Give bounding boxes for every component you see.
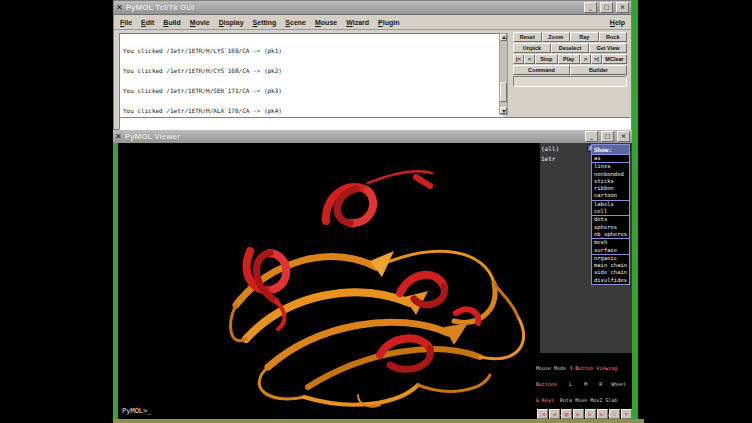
gui-window-title: PyMOL Tcl/Tk GUI — [126, 3, 581, 12]
show-menu-item-labels[interactable]: labels — [592, 201, 629, 208]
menu-edit[interactable]: Edit — [141, 19, 154, 26]
desktop-green-stripe — [632, 0, 638, 419]
log-line: You clicked /1etr/1ETR/H/SER`171/CA -> (… — [123, 88, 502, 95]
vcr-end-button[interactable]: ▶| — [597, 409, 608, 419]
mouse-buttons-line: Buttons L M R Wheel — [536, 382, 633, 387]
vcr-play-button[interactable]: ▶ — [573, 409, 584, 419]
viewer-maximize-button[interactable]: □ — [601, 131, 614, 142]
movie-first-button[interactable]: |< — [513, 54, 524, 64]
command-prompt[interactable]: PyMOL>_ — [122, 407, 152, 415]
vcr-step-forward-button[interactable]: ▶ — [585, 409, 596, 419]
show-menu-item-mesh[interactable]: mesh — [592, 239, 629, 246]
log-line: You clicked /1etr/1ETR/H/LYS`169/CA -> (… — [123, 48, 502, 55]
menu-display[interactable]: Display — [219, 19, 244, 26]
desktop: ✕ PyMOL Tcl/Tk GUI _ □ × File Edit Build… — [0, 0, 752, 423]
show-menu-item-as[interactable]: as — [592, 155, 629, 162]
show-menu-item-spheres[interactable]: spheres — [592, 224, 629, 231]
gui-body: You clicked /1etr/1ETR/H/LYS`169/CA -> (… — [114, 30, 631, 131]
vcr-scene-button[interactable]: S — [609, 409, 620, 419]
gui-maximize-button[interactable]: □ — [600, 2, 613, 13]
builder-button[interactable]: Builder — [570, 65, 627, 75]
show-menu-group: mesh surface — [592, 238, 629, 254]
movie-forward-button[interactable]: > — [580, 54, 591, 64]
show-menu-item-cartoon[interactable]: cartoon — [592, 192, 629, 199]
show-menu-group: as — [592, 154, 629, 162]
control-button-panel: Reset Zoom Ray Rock Unpick Deselect Get … — [513, 32, 627, 76]
gui-minimize-button[interactable]: _ — [584, 2, 597, 13]
menu-file[interactable]: File — [120, 19, 132, 26]
show-menu-group: dots spheres nb_spheres — [592, 215, 629, 238]
show-menu-group: organic main chain side chain disulfides — [592, 254, 629, 284]
viewer-titlebar[interactable]: ✕ PyMOL Viewer _ □ × — [113, 130, 632, 144]
zoom-button[interactable]: Zoom — [542, 32, 571, 42]
ray-button[interactable]: Ray — [570, 32, 599, 42]
menu-scene[interactable]: Scene — [285, 19, 306, 26]
gui-close-button[interactable]: × — [616, 2, 629, 13]
menu-movie[interactable]: Movie — [190, 19, 210, 26]
log-line: You clicked /1etr/1ETR/H/ALA`170/CA -> (… — [123, 108, 502, 115]
vcr-rewind-button[interactable]: |◀ — [537, 409, 548, 419]
menu-plugin[interactable]: Plugin — [378, 19, 399, 26]
show-menu-item-lines[interactable]: lines — [592, 163, 629, 170]
movie-controls: |◀ ◀ ■ ▶ ▶ ▶| S ▼ — [537, 409, 632, 419]
movie-back-button[interactable]: < — [524, 54, 535, 64]
menu-mouse[interactable]: Mouse — [315, 19, 337, 26]
show-menu-item-surface[interactable]: surface — [592, 247, 629, 254]
show-menu-item-nb-spheres[interactable]: nb_spheres — [592, 231, 629, 238]
vcr-fullscreen-button[interactable]: ▼ — [621, 409, 632, 419]
gui-menubar: File Edit Build Movie Display Setting Sc… — [114, 15, 631, 30]
unpick-button[interactable]: Unpick — [513, 43, 551, 53]
show-menu-item-dots[interactable]: dots — [592, 216, 629, 223]
viewport-canvas[interactable]: PyMOL>_ — [118, 143, 540, 419]
internal-gui-panel: (all) A S H L C 1etr Show: as — [540, 143, 632, 419]
pymol-viewer-window: ✕ PyMOL Viewer _ □ × — [113, 130, 632, 419]
viewer-close-button[interactable]: × — [617, 131, 630, 142]
command-input[interactable] — [119, 117, 631, 130]
beta-sheets — [231, 251, 524, 407]
show-menu-item-disulfides[interactable]: disulfides — [592, 277, 629, 284]
show-menu-item-main-chain[interactable]: main chain — [592, 262, 629, 269]
play-button[interactable]: Play — [558, 54, 581, 64]
command-button[interactable]: Command — [513, 65, 570, 75]
vcr-stop-button[interactable]: ■ — [561, 409, 572, 419]
mouse-keys-line: & Keys Rota Move MovZ Slab — [536, 398, 633, 403]
scroll-up-icon[interactable] — [500, 34, 507, 41]
scrollbar-thumb[interactable] — [500, 82, 507, 102]
viewer-window-title: PyMOL Viewer — [125, 132, 582, 141]
x11-app-icon: ✕ — [115, 130, 122, 143]
mouse-mode-line: Mouse Mode 3-Button Viewing — [536, 366, 633, 371]
gui-titlebar[interactable]: ✕ PyMOL Tcl/Tk GUI _ □ × — [114, 1, 631, 15]
menu-help[interactable]: Help — [610, 19, 625, 26]
rock-button[interactable]: Rock — [599, 32, 628, 42]
reset-button[interactable]: Reset — [513, 32, 542, 42]
show-menu-item-side-chain[interactable]: side chain — [592, 269, 629, 276]
menu-setting[interactable]: Setting — [253, 19, 277, 26]
protein-cartoon — [118, 143, 540, 419]
pymol-tcltk-gui-window: ✕ PyMOL Tcl/Tk GUI _ □ × File Edit Build… — [113, 0, 632, 130]
show-menu-group: labels cell — [592, 200, 629, 216]
menu-build[interactable]: Build — [163, 19, 181, 26]
viewer-minimize-button[interactable]: _ — [585, 131, 598, 142]
output-log[interactable]: You clicked /1etr/1ETR/H/LYS`169/CA -> (… — [119, 33, 503, 118]
deselect-button[interactable]: Deselect — [551, 43, 589, 53]
object-label-all[interactable]: (all) — [541, 145, 587, 152]
x11-app-icon: ✕ — [116, 1, 123, 14]
show-menu-item-ribbon[interactable]: ribbon — [592, 185, 629, 192]
show-menu-item-nonbonded[interactable]: nonbonded — [592, 171, 629, 178]
show-menu-item-cell[interactable]: cell — [592, 208, 629, 215]
menu-wizard[interactable]: Wizard — [346, 19, 369, 26]
show-menu-header: Show: — [592, 145, 629, 154]
scroll-down-icon[interactable] — [500, 107, 507, 114]
feedback-strip — [513, 76, 627, 87]
mclear-button[interactable]: MClear — [602, 54, 627, 64]
stop-button[interactable]: Stop — [535, 54, 558, 64]
show-menu-group: lines nonbonded sticks ribbon cartoon — [592, 162, 629, 199]
get-view-button[interactable]: Get View — [589, 43, 627, 53]
log-line: You clicked /1etr/1ETR/H/CYS`168/CA -> (… — [123, 68, 502, 75]
show-menu-item-sticks[interactable]: sticks — [592, 178, 629, 185]
movie-last-button[interactable]: >| — [591, 54, 602, 64]
show-menu-item-organic[interactable]: organic — [592, 255, 629, 262]
vcr-step-back-button[interactable]: ◀ — [549, 409, 560, 419]
log-scrollbar[interactable] — [499, 33, 508, 115]
show-menu: Show: as lines nonbonded sticks ribbon c… — [591, 144, 630, 285]
